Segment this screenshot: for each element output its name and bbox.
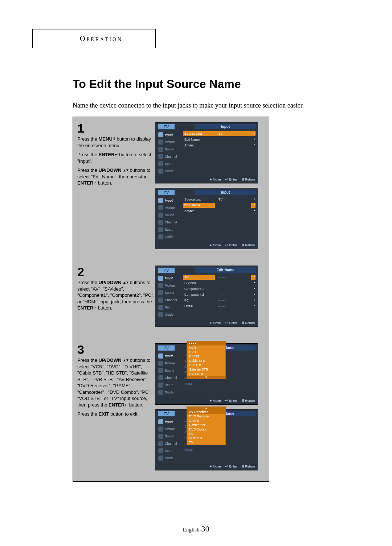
chevron-right-icon: ▸ bbox=[251, 286, 256, 291]
osd-main: AV: S-Video: Component 1: Component 2: P… bbox=[181, 418, 256, 462]
setup-icon bbox=[158, 161, 163, 166]
nav-picture: Picture bbox=[158, 138, 181, 146]
osd-panel-title: Input bbox=[195, 124, 256, 129]
tv-icon bbox=[158, 353, 163, 359]
nav-setup: Setup bbox=[158, 160, 181, 167]
step-3-para-1: Press the UP/DOWN ▲▼ buttons to select "… bbox=[77, 357, 155, 408]
dropdown-option: VCR bbox=[187, 345, 225, 350]
enter-icon: ↵ bbox=[225, 243, 228, 247]
step-3: 3 Press the UP/DOWN ▲▼ buttons to select… bbox=[73, 338, 269, 481]
guide-icon bbox=[158, 456, 163, 461]
dropdown-option: TV bbox=[187, 440, 225, 445]
row-svideo: S-Video:- - - -▸ bbox=[183, 280, 256, 286]
picture-icon bbox=[158, 283, 163, 288]
osd-nav: Input Picture Sound Channel Setup Guide bbox=[158, 352, 181, 396]
osd-input-editname: TV Input Input Picture Sound Channel Set… bbox=[155, 188, 258, 249]
channel-icon bbox=[158, 441, 163, 446]
chevron-right-icon: ▸ bbox=[251, 209, 256, 214]
nav-guide: Guide bbox=[158, 167, 181, 175]
row-hdmi: HDMI: bbox=[183, 381, 256, 387]
osd-tv-badge: TV bbox=[158, 411, 175, 417]
row-component1: Component 1:- - - -▸ bbox=[183, 286, 256, 291]
enter-icon: ↵ bbox=[124, 402, 128, 408]
step-2-text: 2 Press the UP/DOWN ▲▼ buttons to select… bbox=[77, 266, 155, 314]
step-2-para-1: Press the UP/DOWN ▲▼ buttons to select "… bbox=[77, 279, 155, 311]
osd-tv-badge: TV bbox=[158, 190, 175, 195]
nav-channel: Channel bbox=[158, 374, 181, 381]
row-hdmi: HDMI: bbox=[183, 447, 256, 452]
osd-tv-badge: TV bbox=[158, 345, 175, 351]
nav-sound: Sound bbox=[158, 289, 181, 296]
enter-icon: ↵ bbox=[93, 305, 97, 311]
row-hdmi: HDMI:- - - -▸ bbox=[183, 304, 256, 309]
sound-icon bbox=[158, 434, 163, 439]
setup-icon bbox=[158, 383, 163, 388]
row-edit-name: Edit Name▸ bbox=[183, 203, 256, 208]
osd-editname-drop-top: TV Edit Name Input Picture Sound Channel… bbox=[155, 343, 258, 405]
step-1: 1 Press the MENU Ⅲ button to display the… bbox=[73, 117, 269, 260]
nav-setup: Setup bbox=[158, 447, 181, 454]
dropdown-option: DVD Receiver bbox=[187, 414, 225, 418]
setup-icon bbox=[158, 305, 163, 310]
chevron-right-icon: ▸ bbox=[251, 275, 256, 280]
step-number: 3 bbox=[77, 343, 155, 356]
dropdown-option: D-VHS bbox=[187, 354, 225, 359]
tv-icon bbox=[158, 132, 163, 137]
nav-guide: Guide bbox=[158, 233, 181, 240]
return-icon: Ⅲ bbox=[241, 399, 244, 403]
nav-sound: Sound bbox=[158, 146, 181, 153]
enter-icon: ↵ bbox=[225, 177, 228, 181]
page-number: English-30 bbox=[0, 524, 392, 534]
nav-input: Input bbox=[158, 352, 181, 360]
guide-icon bbox=[158, 390, 163, 395]
nav-sound: Sound bbox=[158, 367, 181, 374]
nav-sound: Sound bbox=[158, 211, 181, 219]
dropdown-option: Satellite STB bbox=[187, 367, 225, 372]
guide-icon bbox=[158, 312, 163, 317]
row-source-list: Source List:TV▸ bbox=[183, 197, 256, 202]
picture-icon bbox=[158, 361, 163, 366]
chevron-right-icon: ▸ bbox=[251, 143, 256, 148]
step-number: 2 bbox=[77, 266, 155, 278]
osd-footer: ♦Move ↵Enter ⅢReturn bbox=[155, 176, 258, 183]
nav-picture: Picture bbox=[158, 282, 181, 289]
move-icon: ♦ bbox=[210, 177, 212, 181]
step-3-para-2: Press the EXIT button to exit. bbox=[77, 411, 155, 417]
chevron-right-icon: ▸ bbox=[251, 197, 256, 202]
osd-footer: ♦Move ↵Enter ⅢReturn bbox=[155, 320, 258, 327]
picture-icon bbox=[158, 205, 163, 210]
nav-guide: Guide bbox=[158, 311, 181, 318]
section-heading: Operation bbox=[80, 35, 123, 43]
move-icon: ♦ bbox=[210, 243, 212, 247]
row-pc: PC:- - - -▸ bbox=[183, 298, 256, 303]
osd-main: Source List:TV▸ Edit Name▸ Anynet▸ bbox=[181, 197, 256, 240]
nav-picture: Picture bbox=[158, 360, 181, 367]
manual-page: Operation To Edit the Input Source Name … bbox=[0, 0, 392, 546]
setup-icon bbox=[158, 448, 163, 453]
enter-icon: ↵ bbox=[93, 180, 97, 186]
dropdown-option: Camcorder bbox=[187, 423, 225, 427]
dropdown-option: VOD STB bbox=[187, 436, 225, 440]
step-2-screens: TV Edit Name Input Picture Sound Channel… bbox=[155, 266, 265, 331]
nav-picture: Picture bbox=[158, 204, 181, 211]
row-component2: Component 2:- - - -▸ bbox=[183, 292, 256, 297]
nav-input: Input bbox=[158, 197, 181, 204]
return-icon: Ⅲ bbox=[241, 464, 244, 468]
chevron-right-icon: ▸ bbox=[251, 304, 256, 309]
enter-icon: ↵ bbox=[225, 399, 228, 403]
nav-input: Input bbox=[158, 275, 181, 282]
step-1-text: 1 Press the MENU Ⅲ button to display the… bbox=[77, 122, 155, 189]
guide-icon bbox=[158, 169, 163, 174]
nav-guide: Guide bbox=[158, 454, 181, 462]
dropdown-option: PC bbox=[187, 432, 225, 436]
row-anynet: Anynet▸ bbox=[183, 143, 256, 148]
sound-icon bbox=[158, 147, 163, 152]
chevron-up-icon: ▲ bbox=[187, 407, 225, 410]
nav-guide: Guide bbox=[158, 389, 181, 396]
nav-channel: Channel bbox=[158, 219, 181, 226]
osd-nav: Input Picture Sound Channel Setup Guide bbox=[158, 418, 181, 462]
nav-channel: Channel bbox=[158, 296, 181, 304]
tv-icon bbox=[158, 419, 163, 424]
enter-icon: ↵ bbox=[115, 152, 118, 157]
osd-main: Source List:TV▸ Edit Name▸ Anynet▸ bbox=[181, 131, 256, 175]
